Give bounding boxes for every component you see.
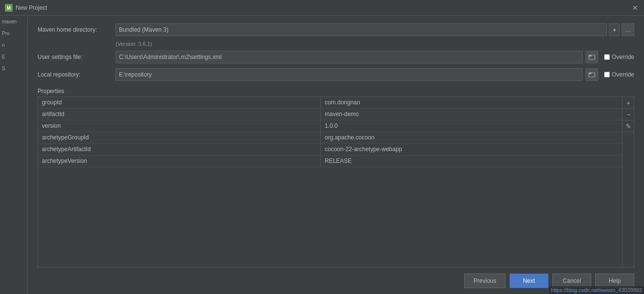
user-settings-override-wrapper: Override (604, 54, 634, 60)
user-settings-row: User settings file: Override (38, 51, 634, 63)
sidebar-item-pro[interactable]: Pro (0, 27, 27, 39)
watermark: https://blog.csdn.net/weixin_43029992 (549, 286, 644, 294)
svg-rect-5 (589, 73, 591, 74)
user-settings-override-label: Override (612, 54, 634, 60)
prop-value: maven-demo (321, 109, 622, 120)
dialog-footer: Previous Next Cancel Help (38, 268, 634, 288)
prop-key: archetypeGroupId (38, 132, 321, 143)
prop-value: com.dongnao (321, 97, 622, 108)
svg-rect-3 (589, 55, 591, 57)
svg-text:M: M (7, 5, 11, 11)
remove-property-button[interactable]: − (623, 109, 634, 120)
prop-key: groupId (38, 97, 321, 108)
maven-version-label: (Version: 3.6.1) (116, 41, 634, 47)
user-settings-label: User settings file: (38, 54, 116, 60)
properties-table-wrapper: groupId com.dongnao artifactId maven-dem… (38, 97, 634, 268)
dialog-title: New Project (16, 4, 631, 11)
title-bar: M New Project ✕ (0, 0, 644, 16)
window-controls: ✕ (631, 4, 639, 12)
previous-button[interactable]: Previous (464, 274, 506, 288)
sidebar-item-e[interactable]: E (0, 51, 27, 62)
table-row[interactable]: version 1.0.0 (38, 120, 622, 132)
maven-home-label: Maven home directory: (38, 26, 116, 33)
table-row[interactable]: archetypeGroupId org.apache.cocoon (38, 132, 622, 144)
edit-property-button[interactable]: ✎ (623, 120, 634, 132)
close-button[interactable]: ✕ (631, 4, 639, 12)
next-button[interactable]: Next (509, 274, 548, 288)
properties-table: groupId com.dongnao artifactId maven-dem… (38, 97, 622, 267)
prop-key: version (38, 120, 321, 132)
properties-title: Properties (38, 88, 634, 95)
sidebar-item-n[interactable]: n (0, 39, 27, 51)
add-property-button[interactable]: + (623, 97, 634, 109)
prop-value: org.apache.cocoon (321, 132, 622, 143)
local-repo-override-label: Override (612, 71, 634, 78)
prop-key: artifactId (38, 109, 321, 120)
local-repo-label: Local repository: (38, 71, 116, 78)
properties-section: Properties groupId com.dongnao artifactI… (38, 88, 634, 268)
main-layout: maven Pro n E S Maven home directory: Bu… (0, 16, 644, 294)
dialog-content: Maven home directory: Bundled (Maven 3) … (28, 16, 644, 294)
table-row[interactable]: groupId com.dongnao (38, 97, 622, 109)
table-row[interactable]: archetypeVersion RELEASE (38, 156, 622, 167)
dialog-icon: M (5, 4, 13, 12)
prop-key: archetypeArtifactId (38, 144, 321, 155)
sidebar-item-maven[interactable]: maven (0, 16, 27, 27)
user-settings-input-wrapper: Override (116, 51, 634, 63)
local-repo-override-wrapper: Override (604, 71, 634, 78)
local-repo-input[interactable] (116, 68, 583, 81)
local-repo-input-wrapper: Override (116, 68, 634, 81)
prop-value: 1.0.0 (321, 120, 622, 132)
table-row[interactable]: archetypeArtifactId cocoon-22-archetype-… (38, 144, 622, 156)
sidebar-item-s[interactable]: S (0, 62, 27, 74)
local-repo-browse-btn[interactable] (585, 68, 598, 81)
prop-value: RELEASE (321, 156, 622, 167)
user-settings-override-checkbox[interactable] (604, 54, 610, 60)
maven-home-select[interactable]: Bundled (Maven 3) (116, 23, 607, 36)
user-settings-input[interactable] (116, 51, 583, 63)
maven-home-select-wrapper: Bundled (Maven 3) ▾ … (116, 23, 634, 36)
local-repo-override-checkbox[interactable] (604, 72, 610, 78)
maven-home-dropdown-btn[interactable]: ▾ (609, 23, 620, 36)
maven-home-row: Maven home directory: Bundled (Maven 3) … (38, 23, 634, 36)
maven-home-browse-btn[interactable]: … (622, 23, 634, 36)
properties-actions: + − ✎ (622, 97, 634, 267)
table-row[interactable]: artifactId maven-demo (38, 109, 622, 120)
local-repo-row: Local repository: Override (38, 68, 634, 81)
prop-value: cocoon-22-archetype-webapp (321, 144, 622, 155)
user-settings-browse-btn[interactable] (585, 51, 598, 63)
prop-key: archetypeVersion (38, 156, 321, 167)
sidebar: maven Pro n E S (0, 16, 28, 294)
